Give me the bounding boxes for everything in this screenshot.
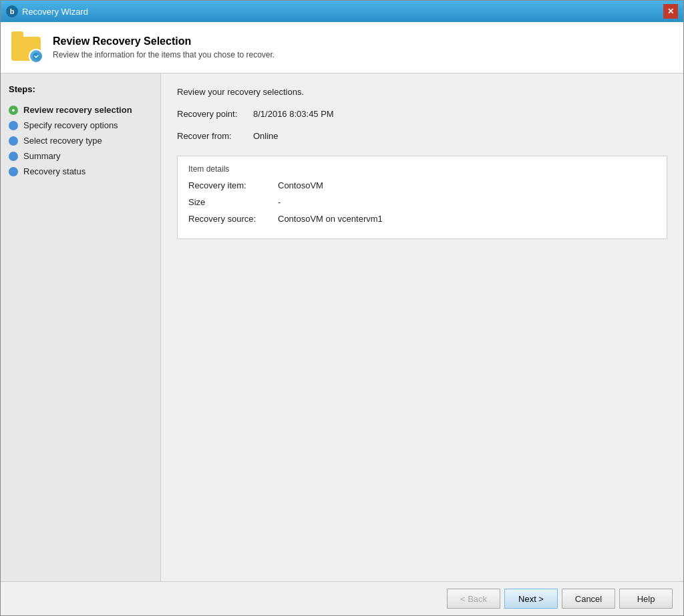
wizard-window: b Recovery Wizard ✕ Review Recovery Sele… — [0, 0, 684, 616]
review-title: Review your recovery selections. — [177, 87, 667, 97]
header-title: Review Recovery Selection — [53, 35, 275, 47]
help-button[interactable]: Help — [619, 589, 673, 609]
step-label-5: Recovery status — [23, 166, 86, 176]
back-button[interactable]: < Back — [447, 589, 500, 609]
size-value: - — [278, 197, 281, 207]
step-label-2: Specify recovery options — [23, 120, 118, 130]
step-item-4: Summary — [9, 148, 152, 164]
main-panel: Review your recovery selections. Recover… — [161, 73, 683, 581]
header-icon — [11, 31, 43, 63]
recovery-point-value: 8/1/2016 8:03:45 PM — [253, 109, 334, 119]
app-icon: b — [6, 5, 18, 17]
recover-from-label: Recover from: — [177, 131, 250, 141]
step-label-3: Select recovery type — [23, 136, 102, 146]
step-item-2: Specify recovery options — [9, 118, 152, 133]
sidebar-title: Steps: — [9, 84, 152, 94]
recovery-point-row: Recovery point: 8/1/2016 8:03:45 PM — [177, 109, 667, 119]
size-label: Size — [188, 197, 275, 207]
recover-from-value: Online — [253, 131, 279, 141]
step-label-1: Review recovery selection — [23, 105, 132, 115]
recovery-item-label: Recovery item: — [188, 180, 275, 190]
header-text: Review Recovery Selection Review the inf… — [53, 35, 275, 59]
recovery-source-value: ContosoVM on vcentervm1 — [278, 214, 383, 224]
item-details-box: Item details Recovery item: ContosoVM Si… — [177, 156, 667, 239]
size-row: Size - — [188, 197, 656, 207]
item-details-title: Item details — [188, 164, 656, 174]
folder-overlay-icon — [29, 49, 43, 63]
header-section: Review Recovery Selection Review the inf… — [1, 22, 683, 73]
title-bar-left: b Recovery Wizard — [6, 5, 88, 17]
recover-from-row: Recover from: Online — [177, 131, 667, 141]
step-dot-4 — [9, 152, 18, 161]
step-item-5: Recovery status — [9, 164, 152, 179]
header-subtitle: Review the information for the items tha… — [53, 50, 275, 59]
cancel-button[interactable]: Cancel — [562, 589, 615, 609]
recovery-point-label: Recovery point: — [177, 109, 250, 119]
window-title: Recovery Wizard — [22, 7, 88, 17]
step-label-4: Summary — [23, 151, 61, 161]
step-dot-2 — [9, 121, 18, 130]
recovery-item-value: ContosoVM — [278, 180, 323, 190]
next-button[interactable]: Next > — [504, 589, 558, 609]
recovery-item-row: Recovery item: ContosoVM — [188, 180, 656, 190]
svg-point-0 — [33, 53, 39, 59]
content-area: Steps: ● Review recovery selection Speci… — [1, 73, 683, 581]
step-item-1: ● Review recovery selection — [9, 102, 152, 118]
title-bar: b Recovery Wizard ✕ — [1, 1, 683, 22]
step-dot-3 — [9, 136, 18, 146]
step-dot-1: ● — [9, 106, 18, 115]
step-item-3: Select recovery type — [9, 133, 152, 148]
close-button[interactable]: ✕ — [663, 4, 678, 19]
step-dot-5 — [9, 167, 18, 176]
footer: < Back Next > Cancel Help — [1, 581, 683, 615]
sidebar: Steps: ● Review recovery selection Speci… — [1, 73, 161, 581]
recovery-source-row: Recovery source: ContosoVM on vcentervm1 — [188, 214, 656, 224]
recovery-source-label: Recovery source: — [188, 214, 275, 224]
